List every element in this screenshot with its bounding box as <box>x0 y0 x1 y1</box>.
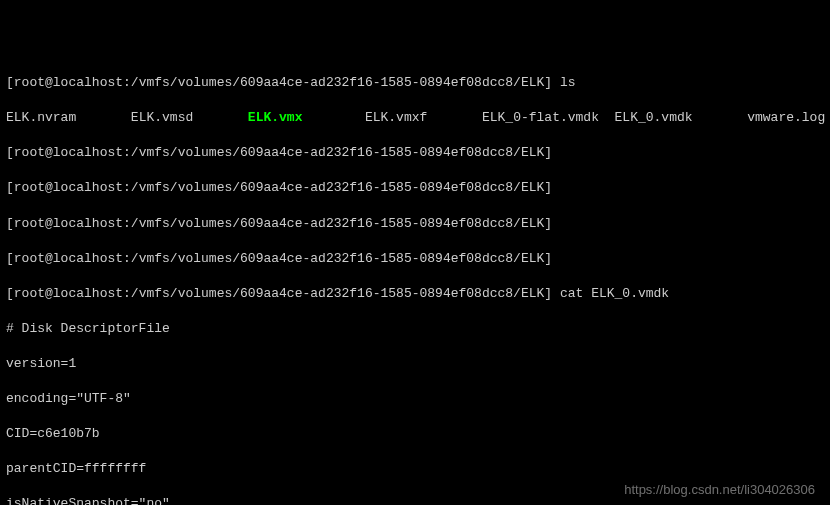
file-nvram: ELK.nvram <box>6 110 76 125</box>
vmdk-line: version=1 <box>6 355 824 373</box>
prompt-line-ls: [root@localhost:/vmfs/volumes/609aa4ce-a… <box>6 74 824 92</box>
prompt-line-empty: [root@localhost:/vmfs/volumes/609aa4ce-a… <box>6 250 824 268</box>
vmdk-line: # Disk DescriptorFile <box>6 320 824 338</box>
file-flat-vmdk: ELK_0-flat.vmdk <box>482 110 599 125</box>
file-log: vmware.log <box>747 110 825 125</box>
prompt-user-host: root@localhost <box>14 75 123 90</box>
cmd-cat: cat ELK_0.vmdk <box>560 286 669 301</box>
vmdk-line: parentCID=ffffffff <box>6 460 824 478</box>
cmd-ls: ls <box>560 75 576 90</box>
file-vmxf: ELK.vmxf <box>365 110 427 125</box>
watermark-text: https://blog.csdn.net/li304026306 <box>624 481 815 499</box>
vmdk-line: encoding="UTF-8" <box>6 390 824 408</box>
prompt-line-empty: [root@localhost:/vmfs/volumes/609aa4ce-a… <box>6 144 824 162</box>
prompt-line-empty: [root@localhost:/vmfs/volumes/609aa4ce-a… <box>6 179 824 197</box>
prompt-line-cat: [root@localhost:/vmfs/volumes/609aa4ce-a… <box>6 285 824 303</box>
file-vmsd: ELK.vmsd <box>131 110 193 125</box>
file-vmdk: ELK_0.vmdk <box>615 110 693 125</box>
vmdk-line: CID=c6e10b7b <box>6 425 824 443</box>
prompt-path: /vmfs/volumes/609aa4ce-ad232f16-1585-089… <box>131 75 544 90</box>
prompt-line-empty: [root@localhost:/vmfs/volumes/609aa4ce-a… <box>6 215 824 233</box>
ls-output: ELK.nvram ELK.vmsd ELK.vmx ELK.vmxf ELK_… <box>6 109 824 127</box>
file-vmx: ELK.vmx <box>248 110 303 125</box>
